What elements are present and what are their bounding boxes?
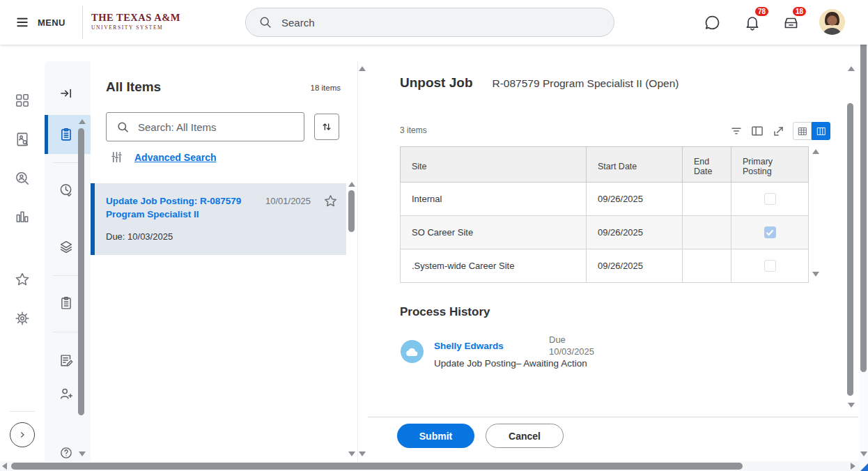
- advanced-search-label: Advanced Search: [134, 152, 217, 163]
- sidebar-item-candidate-search[interactable]: [15, 132, 31, 148]
- detail-scrollbar-thumb[interactable]: [847, 103, 853, 396]
- logo-line1: THE TEXAS A&M: [91, 12, 180, 24]
- favorite-star-icon[interactable]: [323, 194, 338, 208]
- primary-posting-checkbox[interactable]: [764, 193, 776, 205]
- org-logo[interactable]: THE TEXAS A&M UNIVERSITY SYSTEM: [91, 12, 180, 31]
- cell-site: .System-wide Career Site: [401, 249, 587, 283]
- inbox-button[interactable]: 18: [782, 15, 800, 31]
- chat-button[interactable]: [704, 14, 721, 31]
- items-count: 18 items: [311, 84, 341, 92]
- primary-posting-checkbox[interactable]: [764, 226, 776, 238]
- clock-icon: [59, 183, 74, 198]
- list-scroll-up[interactable]: [348, 182, 355, 187]
- table-header-row: Site Start Date End Date Primary Posting: [401, 147, 809, 183]
- rail-item-delegations[interactable]: [59, 386, 74, 401]
- primary-posting-checkbox[interactable]: [764, 260, 776, 272]
- rail-item-recent[interactable]: [59, 183, 74, 198]
- process-history-heading: Process History: [400, 305, 490, 319]
- due-label: Due: [549, 334, 594, 346]
- col-header-start-date[interactable]: Start Date: [587, 147, 683, 183]
- grid-scroll-up[interactable]: [812, 149, 819, 154]
- page-scrollbar-thumb[interactable]: [860, 18, 867, 372]
- menu-button[interactable]: MENU: [15, 16, 65, 29]
- task-rail: [45, 61, 91, 461]
- cell-end-date: [683, 249, 731, 283]
- task-subtitle: R-087579 Program Specialist II (Open): [493, 77, 679, 90]
- col-header-site[interactable]: Site: [401, 147, 587, 183]
- cell-site: SO Career Site: [401, 216, 587, 249]
- collapse-panel-button[interactable]: [59, 86, 73, 100]
- expanded-grid-view-button[interactable]: [812, 122, 830, 140]
- inbox-item-update-job-posting[interactable]: Update Job Posting: R-087579 Program Spe…: [91, 183, 346, 255]
- item-due-date: Due: 10/03/2025: [106, 231, 173, 242]
- compact-grid-view-button[interactable]: [793, 122, 812, 140]
- bar-chart-icon: [15, 209, 31, 225]
- rail-scroll-up[interactable]: [79, 119, 86, 124]
- table-row: SO Career Site 09/26/2025: [401, 216, 809, 249]
- sidebar-item-dashboard[interactable]: [15, 93, 31, 109]
- page-scroll-left[interactable]: [2, 463, 7, 470]
- page-scroll-right[interactable]: [851, 463, 855, 470]
- sidebar-item-settings[interactable]: [15, 311, 31, 327]
- grid-items-count: 3 items: [400, 125, 427, 135]
- cell-primary-posting: [731, 216, 809, 249]
- item-accent-bar: [91, 183, 95, 255]
- divider: [357, 61, 358, 461]
- rail-item-all-items[interactable]: [59, 128, 74, 142]
- notifications-button[interactable]: 78: [744, 15, 761, 31]
- divider: [82, 6, 83, 39]
- page-hscrollbar-thumb[interactable]: [11, 463, 743, 470]
- expand-sidebar-button[interactable]: [10, 422, 35, 447]
- profile-button[interactable]: [819, 9, 845, 35]
- region-scroll-up[interactable]: [359, 66, 366, 71]
- items-search-input[interactable]: Search: All Items: [106, 112, 304, 141]
- detail-scroll-down[interactable]: [848, 403, 855, 408]
- cancel-button[interactable]: Cancel: [486, 424, 564, 448]
- items-search-placeholder: Search: All Items: [138, 121, 217, 133]
- sort-button[interactable]: [314, 114, 339, 140]
- list-scroll-down[interactable]: [348, 451, 355, 456]
- process-person-link[interactable]: Shelly Edwards: [434, 341, 504, 351]
- clipboard-list-icon: [59, 128, 74, 142]
- search-icon: [116, 121, 130, 134]
- rail-item-help[interactable]: [59, 446, 73, 460]
- person-document-icon: [15, 132, 31, 148]
- list-scrollbar-thumb[interactable]: [348, 190, 355, 232]
- hamburger-icon: [15, 16, 29, 29]
- divider: [53, 162, 81, 163]
- divider: [53, 332, 81, 332]
- rail-scrollbar-thumb[interactable]: [78, 128, 84, 415]
- page-horizontal-scrollbar[interactable]: [0, 461, 860, 471]
- process-status: Update Job Posting– Awaiting Action: [434, 358, 587, 369]
- rail-item-drafts[interactable]: [59, 353, 74, 368]
- global-search-input[interactable]: Search: [245, 8, 614, 37]
- region-scroll-down[interactable]: [359, 451, 366, 456]
- process-avatar: [401, 340, 424, 363]
- grid-dense-icon: [797, 126, 808, 137]
- sidebar-item-people-search[interactable]: [15, 171, 31, 187]
- detail-scroll-up[interactable]: [848, 66, 855, 71]
- grid-scroll-down[interactable]: [812, 272, 819, 277]
- task-title: Unpost Job: [400, 75, 473, 91]
- expand-grid-button[interactable]: [772, 125, 785, 138]
- advanced-search-button[interactable]: Advanced Search: [110, 150, 217, 164]
- sidebar-item-favorites[interactable]: [15, 272, 31, 288]
- dashboard-grid-icon: [15, 93, 31, 109]
- document-edit-icon: [59, 353, 74, 368]
- sidebar-item-reports[interactable]: [15, 209, 31, 225]
- filter-icon: [730, 125, 743, 137]
- rail-item-bulk[interactable]: [59, 239, 74, 254]
- rail-item-archive[interactable]: [59, 296, 74, 311]
- item-title[interactable]: Update Job Posting: R-087579 Program Spe…: [106, 194, 266, 221]
- col-header-primary-posting[interactable]: Primary Posting: [731, 147, 809, 183]
- cell-start-date: 09/26/2025: [587, 183, 683, 216]
- submit-button[interactable]: Submit: [397, 424, 474, 448]
- page-scroll-down[interactable]: [860, 451, 867, 456]
- filter-button[interactable]: [730, 125, 743, 137]
- page-vertical-scrollbar[interactable]: [859, 0, 868, 471]
- rail-scroll-down[interactable]: [79, 451, 86, 456]
- col-header-end-date[interactable]: End Date: [683, 147, 731, 183]
- freeze-columns-button[interactable]: [750, 124, 764, 138]
- cell-end-date: [683, 183, 731, 216]
- cell-start-date: 09/26/2025: [587, 249, 683, 283]
